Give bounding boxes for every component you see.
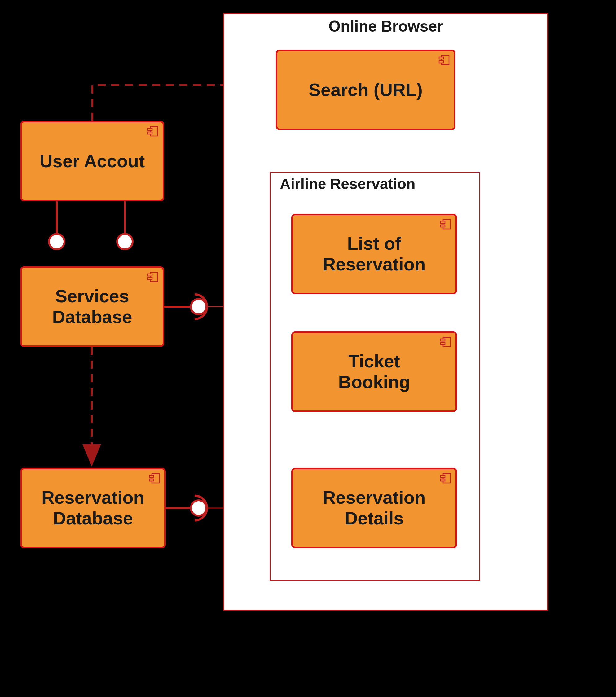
component-services-database: Services Database xyxy=(20,266,164,347)
ball-interface-services xyxy=(191,299,206,314)
svg-rect-2 xyxy=(148,128,152,130)
svg-rect-18 xyxy=(441,343,445,345)
label-reservation-details: Reservation Details xyxy=(323,487,425,529)
svg-rect-15 xyxy=(441,225,445,227)
socket-interface-services xyxy=(195,294,207,319)
component-icon xyxy=(148,126,158,137)
svg-rect-19 xyxy=(443,474,451,483)
component-icon xyxy=(441,219,451,229)
component-list-reservation: List of Reservation xyxy=(291,214,457,294)
container-title-airline-reservation: Airline Reservation xyxy=(280,175,415,192)
label-search-url: Search (URL) xyxy=(309,79,422,100)
svg-rect-9 xyxy=(149,479,154,481)
component-ticket-booking: Ticket Booking xyxy=(291,331,457,412)
label-list-reservation: List of Reservation xyxy=(323,233,425,275)
svg-rect-16 xyxy=(443,337,451,347)
socket-interface-resdb xyxy=(195,496,207,520)
component-icon xyxy=(148,272,158,282)
label-services-database: Services Database xyxy=(53,286,132,327)
component-user-account: User Accout xyxy=(20,121,164,201)
component-icon xyxy=(149,473,160,484)
svg-rect-1 xyxy=(150,127,158,136)
svg-rect-4 xyxy=(150,272,158,282)
svg-rect-11 xyxy=(439,57,443,59)
component-reservation-details: Reservation Details xyxy=(291,468,457,548)
component-icon xyxy=(441,473,451,484)
component-icon xyxy=(439,55,450,65)
svg-rect-8 xyxy=(149,475,154,477)
svg-rect-6 xyxy=(148,278,152,280)
svg-rect-13 xyxy=(443,220,451,229)
svg-rect-5 xyxy=(148,274,152,276)
svg-rect-14 xyxy=(441,221,445,223)
ball-interface-resdb xyxy=(191,500,206,516)
component-reservation-database: Reservation Database xyxy=(20,468,166,548)
svg-rect-10 xyxy=(442,56,449,65)
svg-rect-20 xyxy=(441,475,445,477)
label-reservation-database: Reservation Database xyxy=(42,487,144,529)
svg-rect-12 xyxy=(439,61,443,63)
container-title-online-browser: Online Browser xyxy=(224,17,547,35)
component-search-url: Search (URL) xyxy=(276,49,455,130)
svg-rect-21 xyxy=(441,479,445,481)
ball-interface-2 xyxy=(117,234,133,249)
label-user-account: User Accout xyxy=(40,151,145,172)
diagram-canvas: Online Browser Airline Reservation User … xyxy=(0,0,616,697)
svg-rect-7 xyxy=(152,474,159,483)
label-ticket-booking: Ticket Booking xyxy=(338,351,410,392)
svg-rect-3 xyxy=(148,132,152,134)
component-icon xyxy=(441,337,451,347)
svg-rect-17 xyxy=(441,339,445,341)
ball-interface-1 xyxy=(49,234,64,249)
